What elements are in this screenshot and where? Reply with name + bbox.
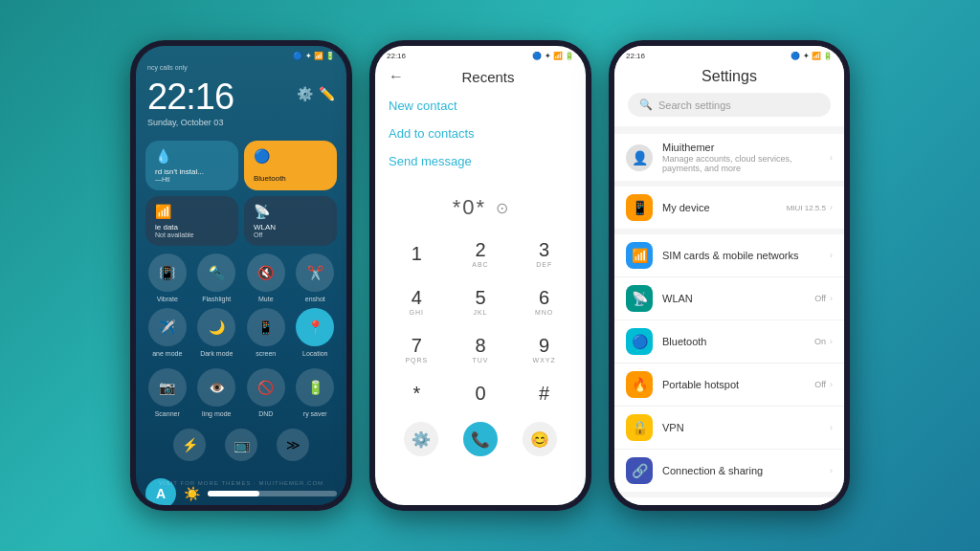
settings-item-vpn[interactable]: 🔒 VPN › [614, 407, 844, 450]
hotspot-icon: 🔥 [626, 371, 653, 398]
search-bar[interactable]: 🔍 Search settings [628, 93, 831, 117]
settings-section-display: 🖼️ Wallpaper & personalization › 🔒 Alway… [614, 497, 844, 505]
status-icons-2: 🔵 ✦ 📶 🔋 [532, 52, 574, 60]
search-icon: 🔍 [639, 99, 653, 111]
brightness-icon: ☀️ [184, 486, 200, 501]
dial-key-5[interactable]: 5JKL [449, 277, 513, 325]
settings-item-my-device[interactable]: 📱 My device MIUI 12.5.5 › [614, 187, 844, 229]
toggle-reading[interactable]: 👁️ ling mode [195, 368, 239, 417]
dial-key-6[interactable]: 6MNO [512, 277, 576, 325]
quick-tiles: 💧 rd isn't instal... —Htl 🔵 Bluetooth 📶 … [136, 133, 346, 253]
toggle-vibrate[interactable]: 📳 Vibrate [145, 253, 189, 302]
action-links: New contact Add to contacts Send message [375, 91, 586, 176]
dial-hash[interactable]: # [512, 373, 576, 414]
settings-item-miuithemer[interactable]: 👤 Miuithemer Manage accounts, cloud serv… [614, 134, 844, 181]
tile-wlan[interactable]: 📡 WLAN Off [244, 196, 337, 246]
account-avatar: 👤 [626, 144, 653, 171]
settings-section-device: 📱 My device MIUI 12.5.5 › [614, 187, 844, 229]
top-nav: ← Recents [375, 62, 586, 91]
emoji-button[interactable]: 😊 [523, 422, 557, 456]
dial-zero[interactable]: 0 [449, 373, 513, 414]
dialer-number: *0* [453, 195, 486, 220]
bottom-bar: A ☀️ [136, 471, 346, 505]
toggle-battery-saver[interactable]: 🔋 ry saver [294, 368, 338, 417]
phone-dialer: 22:16 🔵 ✦ 📶 🔋 ← Recents New contact Add … [369, 40, 591, 511]
search-placeholder: Search settings [658, 99, 731, 111]
toggle-row-3: 📷 Scanner 👁️ ling mode 🚫 DND 🔋 ry saver [136, 363, 346, 423]
date-display: Sunday, October 03 [147, 118, 234, 127]
time-2: 22:16 [387, 52, 406, 60]
settings-item-sim[interactable]: 📶 SIM cards & mobile networks › [614, 234, 844, 277]
toggle-screen2[interactable]: 📺 [225, 429, 257, 461]
dial-key-3[interactable]: 3DEF [512, 230, 576, 277]
toggle-airplane[interactable]: ✈️ ane mode [145, 308, 189, 357]
toggle-screen[interactable]: 📱 screen [244, 308, 288, 357]
settings-item-hotspot[interactable]: 🔥 Portable hotspot Off › [614, 364, 844, 407]
dial-key-7[interactable]: 7PQRS [385, 325, 449, 373]
voicemail-button[interactable]: ⚙️ [404, 422, 438, 456]
dial-star[interactable]: * [385, 373, 449, 414]
account-sub: Manage accounts, cloud services, payment… [662, 154, 820, 173]
wlan-value: Off [814, 294, 826, 303]
connection-icon: 🔗 [626, 457, 653, 484]
status-bar-3: 22:16 🔵 ✦ 📶 🔋 [614, 46, 844, 62]
status-bar-1: 🔵 ✦ 📶 🔋 [136, 46, 346, 62]
hotspot-title: Portable hotspot [662, 379, 805, 390]
toggle-scanner[interactable]: 📷 Scanner [145, 368, 189, 417]
wlan-icon: 📡 [626, 285, 653, 312]
phone-settings: 22:16 🔵 ✦ 📶 🔋 Settings 🔍 Search settings… [609, 40, 850, 511]
settings-item-connection[interactable]: 🔗 Connection & sharing › [614, 450, 844, 492]
send-message-link[interactable]: Send message [389, 154, 572, 168]
tile-bluetooth[interactable]: 🔵 Bluetooth [244, 141, 337, 190]
call-btn-row: ⚙️ 📞 😊 [375, 414, 586, 464]
phone-control-center: 🔵 ✦ 📶 🔋 ncy calls only 22:16 Sunday, Oct… [130, 40, 352, 511]
settings-item-wallpaper[interactable]: 🖼️ Wallpaper & personalization › [614, 497, 844, 505]
watermark: VISIT FOR MORE THEMES · MIUITHEMER.COM [159, 480, 323, 486]
toggle-location[interactable]: 📍 Location [294, 308, 338, 357]
connection-title: Connection & sharing [662, 465, 820, 476]
toggle-dnd[interactable]: 🚫 DND [244, 368, 288, 417]
dial-key-1[interactable]: 1 [385, 230, 449, 277]
toggle-more[interactable]: ≫ [277, 429, 309, 461]
toggle-mute[interactable]: 🔇 Mute [244, 253, 288, 302]
settings-list: 👤 Miuithemer Manage accounts, cloud serv… [614, 126, 844, 505]
vpn-icon: 🔒 [626, 414, 653, 441]
status-icons-3: 🔵 ✦ 📶 🔋 [791, 52, 833, 60]
chevron-icon: › [830, 466, 833, 475]
bluetooth-value: On [814, 337, 826, 346]
dialer-grid: 1 2ABC 3DEF 4GHI 5JKL 6MNO 7PQRS 8TUV [375, 230, 586, 373]
account-title: Miuithemer [662, 142, 820, 153]
toggle-row-1: 📳 Vibrate 🔦 Flashlight 🔇 Mute ✂️ enshot [136, 253, 346, 302]
device-icon: 📱 [626, 194, 653, 221]
settings-item-bluetooth[interactable]: 🔵 Bluetooth On › [614, 320, 844, 364]
settings-item-wlan[interactable]: 📡 WLAN Off › [614, 277, 844, 320]
chevron-icon: › [830, 251, 833, 260]
call-button[interactable]: 📞 [463, 422, 498, 456]
chevron-icon: › [830, 423, 833, 432]
toggle-dark-mode[interactable]: 🌙 Dark mode [195, 308, 239, 357]
dial-key-2[interactable]: 2ABC [449, 230, 513, 277]
settings-header: Settings 🔍 Search settings [614, 62, 844, 126]
settings-section-account: 👤 Miuithemer Manage accounts, cloud serv… [614, 134, 844, 181]
tile-mobile-data[interactable]: 📶 le data Not available [145, 196, 238, 246]
toggle-power[interactable]: ⚡ [173, 429, 206, 461]
miui-version: MIUI 12.5.5 [787, 204, 826, 212]
dial-key-4[interactable]: 4GHI [385, 277, 449, 325]
dial-key-8[interactable]: 8TUV [449, 325, 513, 373]
device-title: My device [662, 202, 777, 213]
delete-icon[interactable]: ⊙ [496, 199, 508, 217]
wlan-title: WLAN [662, 293, 805, 304]
toggle-flashlight[interactable]: 🔦 Flashlight [195, 253, 239, 302]
dial-key-9[interactable]: 9WXYZ [512, 325, 576, 373]
brightness-slider[interactable] [208, 491, 337, 496]
settings-section-connectivity: 📶 SIM cards & mobile networks › 📡 WLAN O… [614, 234, 844, 492]
new-contact-link[interactable]: New contact [389, 99, 572, 113]
add-to-contacts-link[interactable]: Add to contacts [389, 126, 572, 141]
toggle-row-2: ✈️ ane mode 🌙 Dark mode 📱 screen 📍 Locat… [136, 302, 346, 363]
time-display-1: 22:16 [147, 77, 234, 118]
back-button[interactable]: ← [389, 68, 404, 85]
chevron-icon: › [830, 337, 833, 346]
toggle-screenshot[interactable]: ✂️ enshot [294, 253, 338, 302]
settings-title: Settings [628, 68, 831, 85]
tile-water[interactable]: 💧 rd isn't instal... —Htl [145, 141, 238, 190]
